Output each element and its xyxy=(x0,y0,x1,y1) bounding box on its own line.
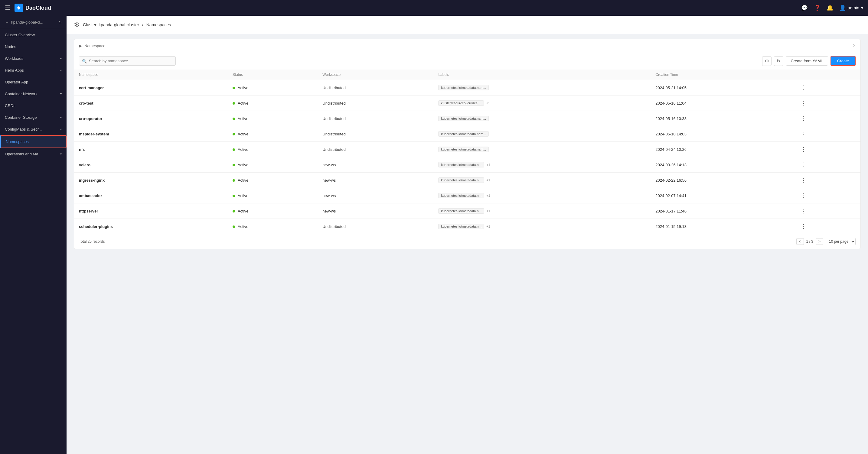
status-dot xyxy=(232,87,235,89)
cell-labels: kubernetes.io/metadata.n... +1 xyxy=(433,172,651,188)
row-actions-button[interactable]: ⋮ xyxy=(799,145,808,153)
label-tag[interactable]: kubernetes.io/metadata.n... xyxy=(438,193,484,198)
next-page-button[interactable]: > xyxy=(816,238,823,245)
row-actions-button[interactable]: ⋮ xyxy=(799,84,808,92)
help-icon[interactable]: ❓ xyxy=(814,4,820,11)
cell-actions: ⋮ xyxy=(794,157,861,172)
prev-icon: < xyxy=(799,239,801,244)
chat-icon[interactable]: 💬 xyxy=(801,4,808,11)
cell-namespace: cro-test xyxy=(74,96,228,111)
create-yaml-button[interactable]: Create from YAML xyxy=(786,56,828,66)
status-text: Active xyxy=(238,224,248,229)
sidebar-item-helm-apps[interactable]: Helm Apps ▾ xyxy=(0,64,66,76)
prev-page-button[interactable]: < xyxy=(796,238,804,245)
row-actions-button[interactable]: ⋮ xyxy=(799,115,808,122)
cell-workspace: new-ws xyxy=(317,203,433,219)
sidebar-item-label: Namespaces xyxy=(6,139,29,144)
cell-workspace: new-ws xyxy=(317,157,433,172)
label-tag[interactable]: kubernetes.io/metadata.n... xyxy=(438,177,484,183)
total-records: Total 25 records xyxy=(79,239,105,244)
table-row: cert-manager Active Undistributed kubern… xyxy=(74,80,861,96)
label-tag[interactable]: kubernetes.io/metadata.nam... xyxy=(438,147,489,152)
sidebar-item-cluster-overview[interactable]: Cluster Overview xyxy=(0,29,66,41)
sidebar-item-operations[interactable]: Operations and Ma... ▾ xyxy=(0,148,66,160)
cluster-name: kpanda-global-cluster xyxy=(99,22,139,27)
cell-labels: kubernetes.io/metadata.n... +1 xyxy=(433,157,651,172)
sidebar-item-operator-app[interactable]: Operator App xyxy=(0,76,66,88)
search-input[interactable] xyxy=(79,56,176,66)
row-actions-button[interactable]: ⋮ xyxy=(799,130,808,138)
logo-text: DaoCloud xyxy=(25,5,51,11)
status-dot xyxy=(232,179,235,182)
sidebar-item-namespaces[interactable]: Namespaces xyxy=(0,135,66,148)
table-row: scheduler-plugins Active Undistributed k… xyxy=(74,219,861,234)
row-actions-button[interactable]: ⋮ xyxy=(799,176,808,184)
sidebar-item-label: Container Storage xyxy=(5,115,37,120)
cell-actions: ⋮ xyxy=(794,172,861,188)
cell-labels: kubernetes.io/metadata.nam... xyxy=(433,80,651,96)
sidebar-back-button[interactable]: ← kpanda-global-cl... ↻ xyxy=(0,16,66,29)
settings-button[interactable]: ⚙ xyxy=(762,56,772,66)
label-tag[interactable]: kubernetes.io/metadata.nam... xyxy=(438,131,489,137)
create-button[interactable]: Create xyxy=(831,56,856,66)
row-actions-button[interactable]: ⋮ xyxy=(799,207,808,215)
chevron-down-icon: ▾ xyxy=(60,128,62,131)
page-separator: / xyxy=(809,239,810,244)
label-tag[interactable]: kubernetes.io/metadata.n... xyxy=(438,224,484,229)
cell-labels: kubernetes.io/metadata.nam... xyxy=(433,126,651,142)
label-tag[interactable]: kubernetes.io/metadata.n... xyxy=(438,162,484,167)
content-area: ▶ Namespace × 🔍 ⚙ xyxy=(66,34,868,454)
row-actions-button[interactable]: ⋮ xyxy=(799,161,808,169)
cell-status: Active xyxy=(228,96,317,111)
svg-point-1 xyxy=(18,7,20,9)
sidebar-item-nodes[interactable]: Nodes xyxy=(0,41,66,53)
table-row: mspider-system Active Undistributed kube… xyxy=(74,126,861,142)
label-tag[interactable]: kubernetes.io/metadata.nam... xyxy=(438,116,489,121)
table-row: httpserver Active new-ws kubernetes.io/m… xyxy=(74,203,861,219)
namespaces-table: Namespace Status Workspace Labels Creati… xyxy=(74,69,861,234)
hamburger-menu[interactable]: ☰ xyxy=(5,4,10,11)
label-tag[interactable]: kubernetes.io/metadata.n... xyxy=(438,208,484,214)
cell-namespace: ingress-nginx xyxy=(74,172,228,188)
cell-status: Active xyxy=(228,142,317,157)
cell-actions: ⋮ xyxy=(794,126,861,142)
total-pages: 3 xyxy=(811,239,813,244)
cell-workspace: new-ws xyxy=(317,172,433,188)
close-icon[interactable]: × xyxy=(853,43,856,48)
refresh-cluster-icon[interactable]: ↻ xyxy=(58,20,62,25)
col-namespace: Namespace xyxy=(74,69,228,80)
sidebar-item-container-storage[interactable]: Container Storage ▾ xyxy=(0,111,66,123)
user-menu[interactable]: 👤 admin ▾ xyxy=(839,4,863,11)
pagination: Total 25 records < 1 / 3 > xyxy=(74,234,861,249)
sidebar-item-configmaps[interactable]: ConfigMaps & Secr... ▾ xyxy=(0,123,66,135)
status-text: Active xyxy=(238,163,248,167)
refresh-button[interactable]: ↻ xyxy=(774,56,783,66)
row-actions-button[interactable]: ⋮ xyxy=(799,223,808,230)
sidebar-item-container-network[interactable]: Container Network ▾ xyxy=(0,88,66,100)
expand-icon[interactable]: ▶ xyxy=(79,43,82,48)
row-actions-button[interactable]: ⋮ xyxy=(799,99,808,107)
label-tag[interactable]: clusterresourceoverrides.... xyxy=(438,100,484,106)
row-actions-button[interactable]: ⋮ xyxy=(799,192,808,199)
cell-creation-time: 2024-05-10 14:03 xyxy=(651,126,794,142)
status-dot xyxy=(232,226,235,228)
sidebar-item-workloads[interactable]: Workloads ▾ xyxy=(0,53,66,64)
cell-creation-time: 2024-05-21 14:05 xyxy=(651,80,794,96)
sidebar-item-crds[interactable]: CRDs xyxy=(0,100,66,111)
status-dot xyxy=(232,164,235,166)
user-avatar-icon: 👤 xyxy=(839,4,846,11)
cell-labels: clusterresourceoverrides.... +1 xyxy=(433,96,651,111)
back-arrow-icon: ← xyxy=(5,20,9,25)
breadcrumb-separator: / xyxy=(142,22,143,27)
cell-status: Active xyxy=(228,188,317,203)
status-dot xyxy=(232,118,235,120)
cell-workspace: Undistributed xyxy=(317,111,433,126)
col-labels: Labels xyxy=(433,69,651,80)
cell-namespace: mspider-system xyxy=(74,126,228,142)
bell-icon[interactable]: 🔔 xyxy=(827,4,833,11)
per-page-select[interactable]: 10 per page xyxy=(826,238,856,245)
label-tag[interactable]: kubernetes.io/metadata.nam... xyxy=(438,85,489,90)
cell-labels: kubernetes.io/metadata.n... +1 xyxy=(433,219,651,234)
table-row: cro-operator Active Undistributed kubern… xyxy=(74,111,861,126)
sidebar-item-label: Cluster Overview xyxy=(5,33,35,37)
